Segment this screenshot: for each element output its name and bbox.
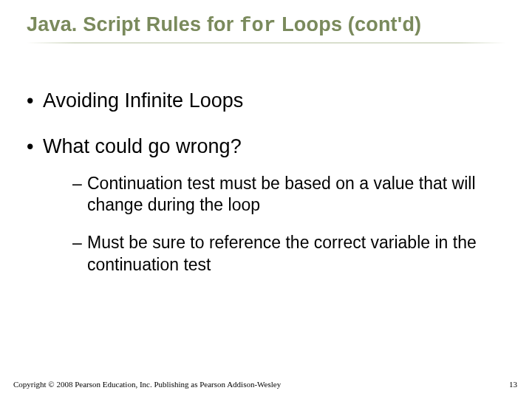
- title-code: for: [239, 15, 276, 37]
- slide-title: Java. Script Rules for for Loops (cont'd…: [27, 13, 505, 37]
- list-item: Avoiding Infinite Loops: [27, 89, 505, 114]
- bullet-text: Avoiding Infinite Loops: [43, 89, 243, 112]
- sub-bullet-text: Continuation test must be based on a val…: [87, 174, 476, 214]
- sub-bullet-text: Must be sure to reference the correct va…: [87, 233, 477, 273]
- title-part2: Loops (cont'd): [276, 13, 421, 35]
- page-number: 13: [509, 380, 517, 389]
- bullet-list: Avoiding Infinite Loops What could go wr…: [27, 89, 505, 276]
- bullet-text: What could go wrong?: [43, 135, 242, 157]
- sub-bullet-list: Continuation test must be based on a val…: [72, 173, 505, 276]
- list-item: Continuation test must be based on a val…: [72, 173, 501, 216]
- slide-content: Avoiding Infinite Loops What could go wr…: [27, 89, 505, 296]
- title-part1: Java. Script Rules for: [27, 13, 239, 35]
- list-item: Must be sure to reference the correct va…: [72, 232, 501, 276]
- title-underline: [27, 42, 505, 44]
- copyright-footer: Copyright © 2008 Pearson Education, Inc.…: [13, 380, 281, 389]
- list-item: What could go wrong? Continuation test m…: [27, 134, 505, 276]
- slide: Java. Script Rules for for Loops (cont'd…: [0, 0, 532, 399]
